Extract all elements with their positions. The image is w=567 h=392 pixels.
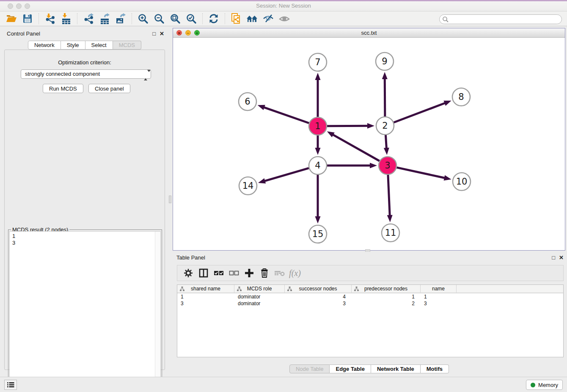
memory-button[interactable]: Memory — [526, 380, 563, 390]
node-table-header: shared nameMCDS rolesuccessor nodesprede… — [177, 285, 563, 293]
criterion-select[interactable]: strongly connected component — [21, 69, 151, 79]
tab-network-table[interactable]: Network Table — [371, 364, 421, 373]
float-panel-icon[interactable]: □ — [552, 254, 555, 261]
gear-icon — [184, 268, 193, 278]
vertical-splitter-grip[interactable] — [169, 196, 171, 203]
table-cell: 3 — [421, 300, 457, 307]
first-neighbors-icon — [246, 14, 259, 24]
column-type-icon — [354, 287, 359, 291]
add-column-icon — [245, 268, 254, 278]
column-header-predecessor-nodes[interactable]: predecessor nodes — [352, 285, 421, 293]
new-network-from-selection-icon — [231, 13, 242, 25]
node-label-14: 14 — [242, 181, 254, 191]
close-panel-button[interactable]: Close panel — [88, 84, 130, 93]
zoom-out-button[interactable] — [151, 12, 167, 25]
edge-3-10[interactable] — [396, 168, 445, 178]
table-panel-header: Table Panel □✕ — [171, 252, 567, 262]
node-table[interactable]: shared nameMCDS rolesuccessor nodesprede… — [177, 284, 564, 357]
criterion-value: strongly connected component — [25, 71, 100, 77]
close-panel-icon[interactable]: ✕ — [559, 254, 564, 261]
tab-node-table[interactable]: Node Table — [289, 364, 330, 373]
network-minimize-icon[interactable]: − — [185, 30, 191, 36]
column-header-label: predecessor nodes — [364, 286, 407, 292]
table-cell: dominator — [234, 300, 285, 307]
import-network-button[interactable] — [42, 12, 58, 25]
export-table-button[interactable] — [96, 12, 113, 25]
add-column-button[interactable] — [242, 267, 257, 279]
column-header-name[interactable]: name — [421, 285, 457, 293]
mcds-result-text[interactable]: 13 — [9, 231, 161, 386]
edge-1-6[interactable] — [263, 107, 309, 123]
delete-table-button[interactable] — [272, 267, 287, 279]
select-stepper-icon — [144, 71, 149, 80]
tab-motifs[interactable]: Motifs — [421, 364, 449, 373]
delete-column-button[interactable] — [257, 267, 272, 279]
column-type-icon — [237, 287, 242, 291]
unselect-all-columns-button[interactable] — [226, 267, 242, 279]
refresh-button[interactable] — [206, 12, 222, 25]
delete-column-icon — [260, 268, 269, 278]
open-file-button[interactable] — [3, 12, 19, 25]
tab-style[interactable]: Style — [61, 41, 85, 50]
task-history-button[interactable] — [4, 380, 17, 390]
edge-3-1[interactable] — [332, 134, 380, 161]
edge-2-9[interactable] — [385, 78, 385, 116]
network-graph-canvas[interactable]: 7968124314101511 — [173, 38, 565, 250]
columns-button[interactable] — [196, 267, 211, 279]
arrowhead-icon — [370, 163, 377, 168]
column-type-icon — [180, 287, 184, 291]
save-session-button[interactable] — [19, 12, 36, 25]
zoom-fit-button[interactable] — [167, 12, 183, 25]
float-panel-icon[interactable]: □ — [152, 30, 156, 37]
first-neighbors-button[interactable] — [244, 12, 260, 25]
table-row[interactable]: 1dominator411 — [177, 293, 563, 300]
select-all-columns-button[interactable] — [211, 267, 226, 279]
delete-table-icon — [274, 269, 285, 277]
result-scrollbar[interactable] — [155, 232, 160, 386]
search-field[interactable] — [439, 14, 562, 24]
tab-edge-table[interactable]: Edge Table — [330, 364, 371, 373]
titlebar: Session: New Session — [0, 1, 567, 11]
run-mcds-button[interactable]: Run MCDS — [43, 84, 83, 93]
table-row[interactable]: 3dominator323 — [177, 300, 563, 307]
zoom-selected-button[interactable] — [183, 12, 199, 25]
window-minimize-icon[interactable] — [16, 3, 22, 9]
edge-3-11[interactable] — [388, 175, 390, 216]
import-table-button[interactable] — [58, 12, 74, 25]
show-all-button[interactable] — [276, 12, 292, 25]
export-network-button[interactable] — [80, 12, 96, 25]
edge-2-8[interactable] — [394, 103, 446, 122]
edge-2-3[interactable] — [385, 135, 386, 149]
tab-select[interactable]: Select — [85, 41, 113, 50]
window-close-icon[interactable] — [8, 3, 13, 9]
new-network-from-selection-button[interactable] — [228, 12, 244, 25]
edge-1-2[interactable] — [327, 126, 369, 126]
column-header-shared-name[interactable]: shared name — [177, 285, 234, 293]
gear-button[interactable] — [181, 267, 196, 279]
column-type-icon — [287, 287, 292, 291]
export-image-button[interactable] — [113, 12, 129, 25]
edge-4-14[interactable] — [264, 168, 308, 181]
network-maximize-icon[interactable]: + — [194, 30, 200, 36]
search-input[interactable] — [449, 16, 561, 23]
export-network-icon — [83, 13, 94, 24]
network-close-icon[interactable]: ✕ — [176, 30, 182, 36]
hide-selected-button[interactable] — [260, 12, 276, 25]
arrowhead-icon — [327, 131, 335, 137]
node-table-body: 1dominator4113dominator323 — [177, 293, 563, 307]
mcds-panel: Optimization criterion: strongly connect… — [4, 50, 165, 370]
network-window-titlebar[interactable]: ✕ − + scc.txt — [173, 28, 565, 38]
column-header-successor-nodes[interactable]: successor nodes — [285, 285, 352, 293]
column-header-label: successor nodes — [299, 286, 337, 292]
window-zoom-icon[interactable] — [25, 3, 30, 9]
table-panel-title: Table Panel — [171, 252, 567, 261]
table-cell: 1 — [177, 293, 234, 300]
column-header-MCDS-role[interactable]: MCDS role — [234, 285, 285, 293]
control-panel-tabs: NetworkStyleSelectMCDS — [2, 41, 168, 50]
function-builder-button[interactable]: f(x) — [287, 267, 303, 279]
close-panel-icon[interactable]: ✕ — [160, 30, 164, 37]
tab-network[interactable]: Network — [28, 41, 61, 50]
zoom-in-button[interactable] — [135, 12, 151, 25]
tab-mcds[interactable]: MCDS — [113, 41, 141, 50]
column-header-label: shared name — [191, 286, 220, 292]
